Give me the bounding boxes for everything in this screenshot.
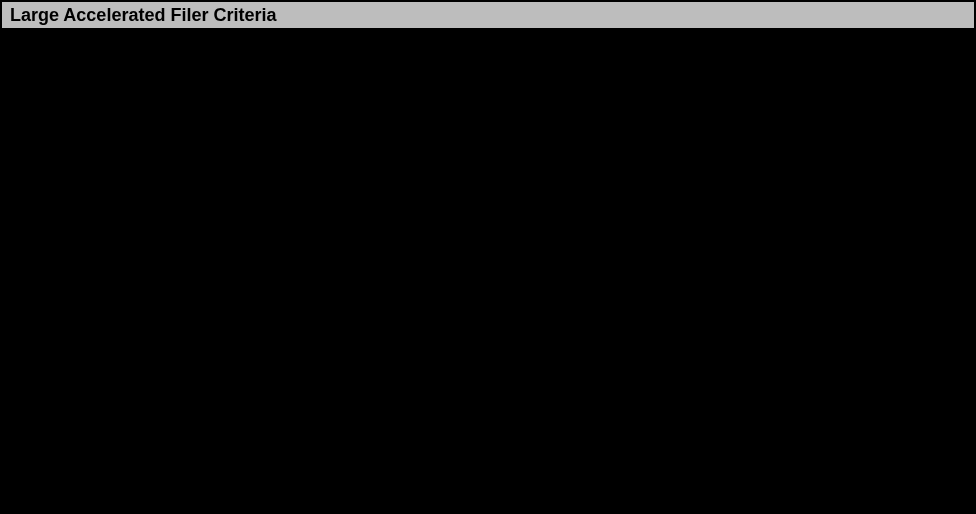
body-region — [2, 30, 974, 512]
header-title: Large Accelerated Filer Criteria — [10, 5, 276, 26]
document-container: Large Accelerated Filer Criteria — [0, 0, 976, 514]
header-bar: Large Accelerated Filer Criteria — [2, 2, 974, 30]
